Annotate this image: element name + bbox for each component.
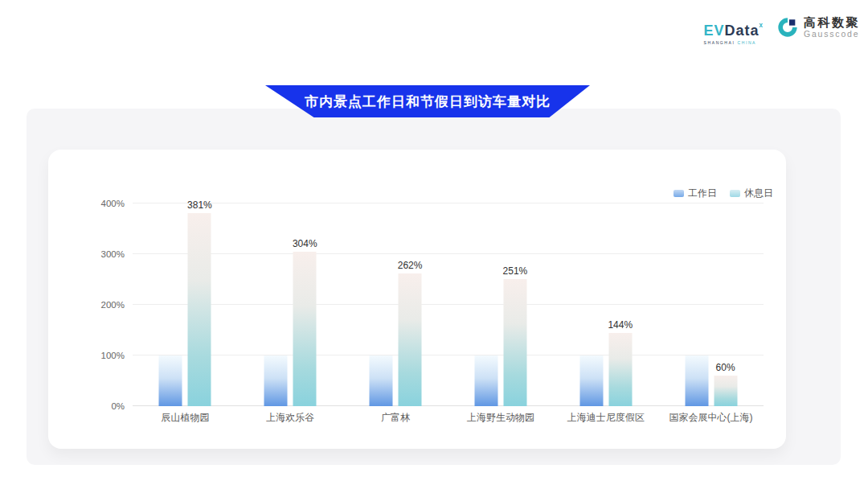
gridline [133,355,764,355]
x-axis-line [133,405,764,406]
value-label: 251% [503,265,528,277]
gausscode-name-en: Gausscode [804,29,860,39]
evdata-x-icon: ˣ [760,21,764,32]
y-tick-label: 200% [101,300,125,310]
bar-group-国家会展中心(上海): 60% [685,203,737,406]
x-category-label: 上海迪士尼度假区 [567,411,645,425]
bar-休息日-上海野生动物园: 251% [503,279,526,406]
title-banner: 市内景点工作日和节假日到访车量对比 [265,85,590,117]
header-logos: EVDataˣ SHANGHAI CHINA 高科数聚 Gausscode [704,16,860,45]
gausscode-text: 高科数聚 Gausscode [804,16,860,39]
gridline [133,304,764,305]
chart-legend: 工作日休息日 [674,187,773,200]
bar-休息日-上海欢乐谷: 304% [293,252,317,406]
y-axis-ticks: 0%100%200%300%400% [48,203,125,406]
evdata-tagline-right: CHINA [737,40,756,45]
x-category-label: 国家会展中心(上海) [669,411,753,425]
x-category-label: 上海野生动物园 [467,411,534,425]
gausscode-name-cn: 高科数聚 [804,16,860,29]
bar-休息日-国家会展中心(上海): 60% [714,376,737,406]
bar-工作日-广富林 [370,355,393,406]
bar-休息日-上海迪士尼度假区: 144% [608,333,632,406]
gridline [133,253,764,254]
evdata-ev-text: EV [704,23,725,39]
legend-item-工作日[interactable]: 工作日 [674,187,717,200]
legend-item-休息日[interactable]: 休息日 [730,187,773,200]
bar-工作日-上海野生动物园 [474,355,497,406]
gridline [133,203,764,203]
page-title: 市内景点工作日和节假日到访车量对比 [305,92,551,111]
y-tick-label: 0% [111,401,125,411]
bar-休息日-辰山植物园: 381% [188,213,211,406]
bar-group-上海迪士尼度假区: 144% [579,203,632,406]
evdata-tagline-left: SHANGHAI [704,40,735,45]
bar-工作日-上海欢乐谷 [264,355,288,406]
gausscode-logo: 高科数聚 Gausscode [776,16,860,39]
value-label: 304% [293,238,317,249]
bar-工作日-辰山植物园 [159,355,182,406]
bar-group-广富林: 262% [370,203,422,406]
bar-group-上海欢乐谷: 304% [264,203,317,406]
evdata-logo: EVDataˣ SHANGHAI CHINA [704,16,764,45]
y-tick-label: 400% [101,199,125,208]
value-label: 381% [187,199,212,211]
chart-card: 工作日休息日 0%100%200%300%400% 381%304%262%25… [48,150,786,449]
legend-label: 休息日 [744,187,773,200]
evdata-data-text: Data [725,23,760,39]
bar-休息日-广富林: 262% [399,273,422,406]
y-tick-label: 100% [101,351,125,360]
value-label: 60% [716,362,735,373]
gausscode-g-icon [776,16,799,39]
evdata-tagline: SHANGHAI CHINA [704,40,756,45]
x-category-label: 辰山植物园 [161,411,209,425]
x-axis-labels: 辰山植物园上海欢乐谷广富林上海野生动物园上海迪士尼度假区国家会展中心(上海) [133,411,764,424]
value-label: 144% [608,319,633,331]
value-label: 262% [398,260,423,271]
bar-group-上海野生动物园: 251% [474,203,526,406]
y-tick-label: 300% [101,249,125,259]
plot-area: 381%304%262%251%144%60% [133,203,764,406]
x-category-label: 广富林 [381,411,410,425]
bar-工作日-上海迪士尼度假区 [579,355,603,406]
x-category-label: 上海欢乐谷 [266,411,314,425]
legend-label: 工作日 [688,187,717,200]
bar-工作日-国家会展中心(上海) [685,355,708,406]
evdata-wordmark: EVDataˣ [704,19,764,38]
bar-group-辰山植物园: 381% [159,203,211,406]
legend-swatch-icon [674,190,684,197]
legend-swatch-icon [730,190,740,197]
